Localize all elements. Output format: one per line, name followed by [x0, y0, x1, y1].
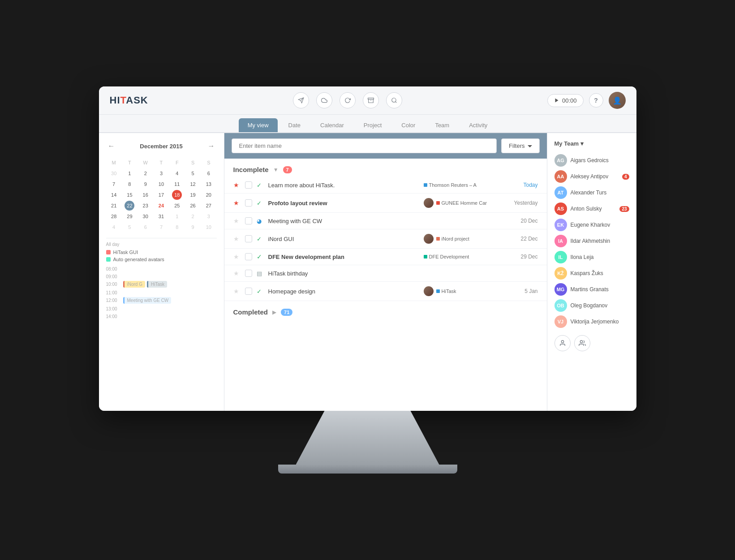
- cal-day[interactable]: 3: [201, 211, 216, 222]
- cal-day[interactable]: 31: [153, 211, 169, 222]
- calendar-event-auto-avatars[interactable]: Auto generated avatars: [106, 257, 217, 262]
- star-icon[interactable]: ★: [233, 199, 241, 207]
- task-row-6[interactable]: ★ ▤ HiTask birthday: [224, 265, 547, 282]
- cal-day[interactable]: 4: [169, 168, 185, 179]
- cal-day[interactable]: 2: [138, 168, 153, 179]
- cal-day[interactable]: 5: [185, 168, 201, 179]
- star-icon-empty[interactable]: ★: [233, 270, 241, 277]
- task-checkbox[interactable]: [245, 181, 252, 189]
- cal-day[interactable]: 7: [153, 222, 169, 233]
- cal-day[interactable]: 8: [122, 179, 138, 190]
- tab-color[interactable]: Color: [392, 118, 424, 132]
- my-team-header[interactable]: My Team ▾: [554, 140, 629, 147]
- cal-day[interactable]: 1: [169, 211, 185, 222]
- cal-day[interactable]: 23: [138, 200, 153, 211]
- task-checkbox[interactable]: [245, 199, 252, 207]
- calendar-event-hitask-gui[interactable]: HiTask GUI: [106, 250, 217, 255]
- tab-project[interactable]: Project: [355, 118, 391, 132]
- section-expand-arrow[interactable]: ▶: [272, 309, 276, 315]
- cal-day day-highlight[interactable]: 24: [153, 200, 169, 211]
- cal-day[interactable]: 25: [169, 200, 185, 211]
- task-checkbox[interactable]: [245, 288, 252, 295]
- cal-day[interactable]: 18: [169, 190, 185, 200]
- task-row-7[interactable]: ★ ✓ Homepage design HiTask 5 Jan: [224, 282, 547, 301]
- cal-day[interactable]: 26: [185, 200, 201, 211]
- team-member-ildar[interactable]: IA Ildar Akhmetshin: [554, 233, 629, 249]
- task-checkbox[interactable]: [245, 217, 252, 224]
- task-row-5[interactable]: ★ ✓ DFE New development plan DFE Develop…: [224, 249, 547, 265]
- cal-day[interactable]: 1: [122, 168, 138, 179]
- team-member-anton[interactable]: AS Anton Sulsky 23: [554, 201, 629, 217]
- cal-day[interactable]: 28: [106, 211, 122, 222]
- cal-day[interactable]: 27: [201, 200, 216, 211]
- cal-day[interactable]: 8: [169, 222, 185, 233]
- cal-day[interactable]: 7: [106, 179, 122, 190]
- team-member-viktorija[interactable]: VJ Viktorija Jerjomenko: [554, 314, 629, 330]
- tab-team[interactable]: Team: [426, 118, 458, 132]
- tab-date[interactable]: Date: [279, 118, 309, 132]
- task-row-3[interactable]: ★ ◕ Meeting with GE CW 20 Dec: [224, 213, 547, 229]
- time-event-meeting[interactable]: Meeting with GE CW: [123, 297, 172, 304]
- tab-my-view[interactable]: My view: [239, 118, 278, 132]
- calendar-next-button[interactable]: →: [206, 140, 217, 152]
- task-row-1[interactable]: ★ ✓ Learn more about HiTask. Thomson Reu…: [224, 177, 547, 194]
- archive-icon-btn[interactable]: [363, 92, 379, 108]
- star-icon-empty[interactable]: ★: [233, 217, 241, 224]
- cloud-icon-btn[interactable]: [316, 92, 332, 108]
- task-checkbox[interactable]: [245, 235, 252, 242]
- cal-day[interactable]: 30: [138, 211, 153, 222]
- cal-day[interactable]: 6: [201, 168, 216, 179]
- cal-day[interactable]: 6: [138, 222, 153, 233]
- cal-day[interactable]: 10: [201, 222, 216, 233]
- cal-day[interactable]: 22: [122, 200, 138, 211]
- team-member-kaspars[interactable]: KŽ Kaspars Žuks: [554, 265, 629, 281]
- task-row-2[interactable]: ★ ✓ Profoto layout review GUNEE Homme Ca…: [224, 194, 547, 213]
- cal-day[interactable]: 11: [169, 179, 185, 190]
- add-member-button[interactable]: [554, 335, 571, 351]
- cal-day[interactable]: 13: [201, 179, 216, 190]
- task-row-4[interactable]: ★ ✓ iNord GUI iNord project 22 Dec: [224, 229, 547, 249]
- team-member-aleksey[interactable]: AA Aleksey Antipov 4: [554, 168, 629, 185]
- cal-day[interactable]: 5: [122, 222, 138, 233]
- cal-day[interactable]: 9: [185, 222, 201, 233]
- cal-day[interactable]: 12: [185, 179, 201, 190]
- star-icon-empty[interactable]: ★: [233, 253, 241, 260]
- timer-button[interactable]: 00:00: [547, 94, 584, 107]
- user-avatar[interactable]: 👤: [609, 92, 626, 109]
- star-icon-empty[interactable]: ★: [233, 288, 241, 295]
- team-member-ilona[interactable]: IL Ilona Leja: [554, 249, 629, 265]
- help-button[interactable]: ?: [589, 93, 603, 108]
- cal-day[interactable]: 15: [122, 190, 138, 200]
- cal-day[interactable]: 9: [138, 179, 153, 190]
- cal-day[interactable]: 14: [106, 190, 122, 200]
- cal-day[interactable]: 4: [106, 222, 122, 233]
- cal-day[interactable]: 10: [153, 179, 169, 190]
- cal-day[interactable]: 29: [122, 211, 138, 222]
- add-group-button[interactable]: [574, 335, 590, 351]
- team-member-aigars[interactable]: AG Aigars Gedroics: [554, 152, 629, 168]
- cal-day[interactable]: 20: [201, 190, 216, 200]
- star-icon[interactable]: ★: [233, 181, 241, 189]
- star-icon-empty[interactable]: ★: [233, 235, 241, 242]
- search-icon-btn[interactable]: [386, 92, 402, 108]
- filters-button[interactable]: Filters: [501, 138, 539, 153]
- cal-day[interactable]: 17: [153, 190, 169, 200]
- send-icon-btn[interactable]: [293, 92, 309, 108]
- team-member-alexander[interactable]: AT Alexander Turs: [554, 185, 629, 201]
- team-member-eugene[interactable]: EK Eugene Kharkov: [554, 217, 629, 233]
- cal-day[interactable]: 30: [106, 168, 122, 179]
- search-input[interactable]: [232, 138, 497, 153]
- cal-day[interactable]: 2: [185, 211, 201, 222]
- tab-calendar[interactable]: Calendar: [311, 118, 353, 132]
- team-member-oleg[interactable]: OB Oleg Bogdanov: [554, 297, 629, 314]
- team-member-martins[interactable]: MG Martins Granats: [554, 281, 629, 297]
- cal-day[interactable]: 21: [106, 200, 122, 211]
- task-checkbox[interactable]: [245, 270, 252, 277]
- task-checkbox[interactable]: [245, 253, 252, 260]
- tab-activity[interactable]: Activity: [460, 118, 496, 132]
- cal-day[interactable]: 16: [138, 190, 153, 200]
- cal-day[interactable]: 19: [185, 190, 201, 200]
- section-dropdown-arrow[interactable]: ▼: [273, 167, 279, 173]
- refresh-icon-btn[interactable]: [340, 92, 356, 108]
- cal-day[interactable]: 3: [153, 168, 169, 179]
